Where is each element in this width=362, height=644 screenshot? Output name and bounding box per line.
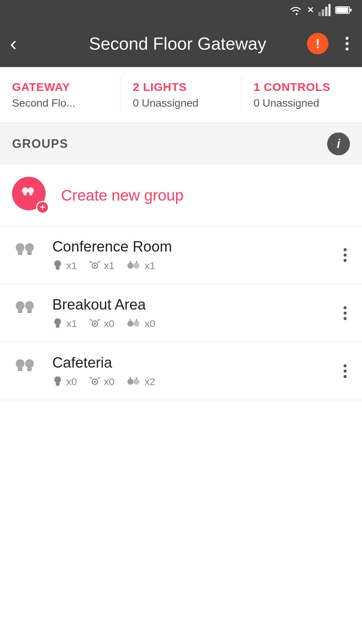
svg-rect-36 bbox=[56, 326, 59, 328]
breakout-area-name: Breakout Area bbox=[52, 296, 340, 313]
sensor-icon bbox=[89, 260, 101, 271]
sensors-stat: x0 bbox=[89, 376, 115, 387]
dot1 bbox=[346, 37, 349, 40]
svg-point-49 bbox=[54, 376, 61, 383]
group-bulbs-svg bbox=[19, 183, 39, 204]
svg-rect-9 bbox=[24, 195, 27, 196]
svg-rect-45 bbox=[18, 370, 22, 371]
svg-point-28 bbox=[16, 301, 24, 310]
switches-stat: x2 bbox=[126, 376, 155, 387]
summary-bar: GATEWAY Second Flo... 2 LIGHTS 0 Unassig… bbox=[0, 67, 362, 123]
create-group-row[interactable]: + Create new group bbox=[0, 165, 362, 226]
svg-rect-33 bbox=[27, 312, 32, 313]
alert-badge[interactable]: ! bbox=[307, 33, 328, 54]
gateway-value: Second Flo... bbox=[12, 97, 108, 109]
lights-count: x1 bbox=[66, 318, 77, 329]
groups-list: Conference Room x1 bbox=[0, 226, 362, 400]
svg-rect-17 bbox=[27, 252, 32, 254]
bulb-icon bbox=[52, 376, 63, 388]
svg-rect-30 bbox=[18, 312, 22, 313]
svg-rect-11 bbox=[29, 193, 33, 195]
app-bar: ‹ Second Floor Gateway ! bbox=[0, 20, 362, 67]
svg-point-56 bbox=[133, 379, 139, 385]
battery-icon bbox=[335, 5, 352, 15]
svg-rect-2 bbox=[325, 7, 327, 16]
conference-room-name: Conference Room bbox=[52, 238, 340, 255]
svg-rect-51 bbox=[56, 384, 59, 386]
page-title: Second Floor Gateway bbox=[23, 34, 332, 54]
sensors-count: x0 bbox=[104, 376, 115, 387]
lights-stat: x0 bbox=[52, 376, 77, 388]
conference-room-menu-button[interactable] bbox=[340, 245, 350, 265]
svg-rect-12 bbox=[29, 195, 33, 196]
svg-rect-0 bbox=[318, 12, 321, 16]
breakout-area-stats: x1 x0 bbox=[52, 318, 340, 330]
dot2 bbox=[346, 42, 349, 45]
group-item-breakout-area[interactable]: Breakout Area x1 bbox=[0, 284, 362, 342]
signal-icon bbox=[318, 4, 330, 16]
sensor-icon bbox=[89, 376, 101, 387]
plus-icon: + bbox=[36, 201, 49, 214]
svg-rect-29 bbox=[18, 310, 22, 312]
sensors-count: x0 bbox=[104, 318, 115, 329]
info-button[interactable]: i bbox=[327, 132, 350, 155]
cafeteria-name: Cafeteria bbox=[52, 354, 340, 371]
svg-point-53 bbox=[94, 381, 96, 383]
groups-title: GROUPS bbox=[12, 137, 68, 151]
lights-count: x0 bbox=[66, 376, 77, 387]
back-button[interactable]: ‹ bbox=[10, 34, 17, 54]
lights-stat: x1 bbox=[52, 318, 77, 330]
status-icons: ✕ bbox=[289, 4, 352, 16]
svg-rect-3 bbox=[328, 4, 330, 16]
switches-stat: x1 bbox=[126, 260, 155, 271]
svg-point-23 bbox=[94, 265, 96, 267]
cafeteria-stats: x0 x0 bbox=[52, 376, 340, 388]
svg-rect-35 bbox=[56, 325, 60, 326]
svg-point-16 bbox=[25, 243, 34, 252]
cafeteria-menu-button[interactable] bbox=[340, 361, 350, 381]
svg-rect-5 bbox=[350, 9, 352, 11]
signal-x-icon: ✕ bbox=[307, 5, 314, 15]
dot3 bbox=[346, 48, 349, 51]
svg-point-24 bbox=[127, 263, 133, 269]
overflow-menu-button[interactable] bbox=[342, 34, 352, 54]
svg-rect-6 bbox=[336, 7, 348, 13]
svg-rect-15 bbox=[18, 254, 22, 255]
breakout-area-menu-button[interactable] bbox=[340, 303, 350, 323]
controls-value: 0 Unassigned bbox=[254, 97, 350, 109]
svg-point-41 bbox=[133, 321, 139, 327]
cafeteria-icon bbox=[12, 357, 42, 385]
group-item-cafeteria[interactable]: Cafeteria x0 bbox=[0, 342, 362, 400]
svg-point-46 bbox=[25, 359, 34, 368]
cafeteria-info: Cafeteria x0 bbox=[52, 354, 340, 388]
lights-tab[interactable]: 2 LIGHTS 0 Unassigned bbox=[120, 77, 241, 113]
lights-label: 2 LIGHTS bbox=[133, 80, 229, 94]
svg-point-54 bbox=[127, 379, 133, 385]
switches-count: x2 bbox=[144, 376, 155, 387]
switch-icon bbox=[126, 318, 141, 329]
switch-icon bbox=[126, 376, 141, 387]
svg-rect-47 bbox=[27, 368, 32, 370]
svg-point-34 bbox=[54, 318, 61, 325]
svg-rect-8 bbox=[23, 193, 27, 195]
create-group-label: Create new group bbox=[61, 186, 184, 204]
wifi-icon bbox=[289, 4, 302, 16]
gateway-tab[interactable]: GATEWAY Second Flo... bbox=[0, 77, 120, 113]
switches-count: x1 bbox=[144, 260, 155, 271]
svg-rect-50 bbox=[56, 383, 60, 384]
svg-point-38 bbox=[94, 323, 96, 325]
groups-section-header: GROUPS i bbox=[0, 123, 362, 165]
svg-point-10 bbox=[28, 187, 34, 194]
svg-point-13 bbox=[16, 243, 24, 252]
svg-rect-18 bbox=[27, 254, 32, 255]
group-item-conference-room[interactable]: Conference Room x1 bbox=[0, 226, 362, 284]
breakout-area-info: Breakout Area x1 bbox=[52, 296, 340, 330]
svg-rect-32 bbox=[27, 310, 32, 312]
sensors-stat: x1 bbox=[89, 260, 115, 271]
conference-room-stats: x1 x1 bbox=[52, 260, 340, 272]
svg-point-43 bbox=[16, 359, 24, 368]
controls-tab[interactable]: 1 CONTROLS 0 Unassigned bbox=[241, 77, 362, 113]
bulb-icon bbox=[52, 318, 63, 330]
svg-rect-48 bbox=[27, 370, 32, 371]
sensors-stat: x0 bbox=[89, 318, 115, 329]
